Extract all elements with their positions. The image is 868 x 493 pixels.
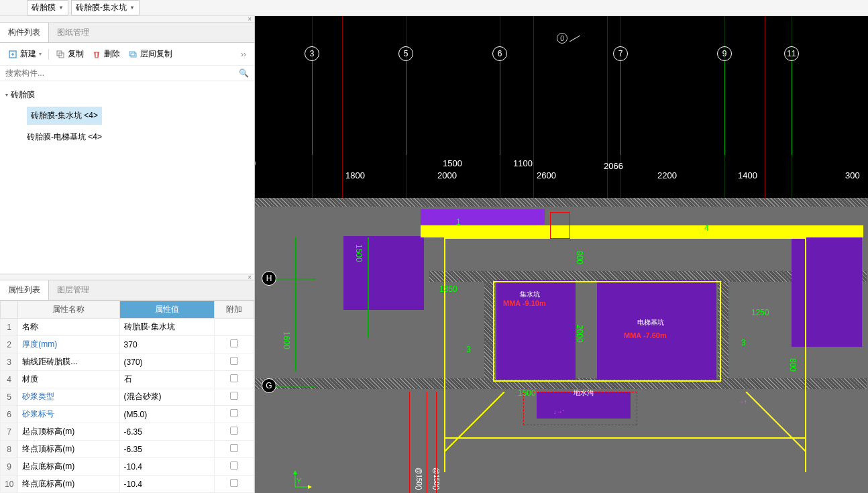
- drain-label: 地水沟: [574, 388, 594, 398]
- prop-name: 名称: [18, 319, 119, 336]
- table-row[interactable]: 4 材质 石: [1, 371, 254, 388]
- column-circle: 9: [717, 46, 732, 61]
- prop-value[interactable]: 石: [119, 371, 215, 388]
- new-button[interactable]: 新建 ▾: [5, 47, 44, 61]
- prop-value[interactable]: -6.35: [119, 423, 215, 441]
- prop-extra[interactable]: [215, 441, 254, 458]
- row-num: 5: [1, 388, 18, 406]
- prop-value[interactable]: (混合砂浆): [119, 388, 215, 406]
- row-num: 6: [1, 406, 18, 423]
- tree-item-sump[interactable]: 砖胎膜-集水坑 <4>: [0, 103, 254, 128]
- tab-drawing-mgmt[interactable]: 图纸管理: [49, 23, 97, 42]
- prop-value[interactable]: 砖胎膜-集水坑: [119, 319, 215, 336]
- panel-close-icon[interactable]: ×: [0, 16, 254, 23]
- yellow-strip: [421, 225, 863, 237]
- more-button[interactable]: ››: [238, 50, 249, 59]
- column-marker: 11: [784, 46, 799, 61]
- svg-marker-9: [293, 470, 297, 474]
- dim-2000: 2000: [437, 170, 457, 180]
- tab-properties[interactable]: 属性列表: [0, 280, 49, 300]
- chevron-down-icon: ▼: [129, 5, 135, 11]
- tab-layers[interactable]: 图层管理: [49, 280, 97, 300]
- col-name: 属性名称: [18, 301, 119, 319]
- red-line: [427, 392, 427, 493]
- prop-name: 砂浆标号: [18, 406, 119, 423]
- prop-extra[interactable]: [215, 476, 254, 493]
- prop-value[interactable]: -6.35: [119, 441, 215, 458]
- table-row[interactable]: 10 终点底标高(m) -10.4: [1, 476, 254, 493]
- prop-extra[interactable]: [215, 319, 254, 336]
- property-table: 属性名称 属性值 附加 1 名称 砖胎膜-集水坑 2 厚度(mm) 370 3 …: [0, 300, 254, 493]
- column-marker: 3: [305, 46, 319, 61]
- tree-item-elevator[interactable]: 砖胎膜-电梯基坑 <4>: [0, 128, 254, 146]
- prop-extra[interactable]: [215, 423, 254, 441]
- prop-value[interactable]: -10.4: [119, 458, 215, 476]
- new-label: 新建: [20, 48, 36, 60]
- chevron-down-icon: ▼: [58, 5, 64, 11]
- row-marker-h: H: [262, 271, 276, 286]
- dim-leader: [368, 237, 369, 338]
- column-circle: 3: [305, 46, 319, 61]
- tab-component-list[interactable]: 构件列表: [0, 23, 49, 42]
- dim-1: 1: [456, 217, 461, 227]
- prop-value[interactable]: 370: [119, 336, 215, 353]
- table-row[interactable]: 6 砂浆标号 (M5.0): [1, 406, 254, 423]
- column-circle: 11: [784, 46, 799, 61]
- dim-2000: 2000: [575, 325, 584, 343]
- table-row[interactable]: 2 厚度(mm) 370: [1, 336, 254, 353]
- prop-extra[interactable]: [215, 458, 254, 476]
- left-panel: × 构件列表 图纸管理 新建 ▾ 复制 删除: [0, 16, 255, 493]
- copy-label: 复制: [68, 48, 84, 60]
- col-value: 属性值: [119, 301, 215, 319]
- prop-extra[interactable]: [215, 353, 254, 371]
- drawing-canvas[interactable]: 0 3567911 0 1800 2000 1500 1100 2600 206…: [255, 16, 868, 493]
- search-icon[interactable]: 🔍: [239, 68, 249, 78]
- tree-item-label: 砖胎膜-集水坑 <4>: [27, 107, 102, 125]
- floorcopy-button[interactable]: 层间复制: [125, 47, 175, 61]
- row-num: 2: [1, 336, 18, 353]
- prop-extra[interactable]: [215, 388, 254, 406]
- prop-value[interactable]: (370): [119, 353, 215, 371]
- row-num: 4: [1, 371, 18, 388]
- svg-marker-10: [308, 485, 312, 489]
- purple-block: [421, 209, 545, 225]
- table-row[interactable]: 5 砂浆类型 (混合砂浆): [1, 388, 254, 406]
- table-row[interactable]: 1 名称 砖胎膜-集水坑: [1, 319, 254, 336]
- search-input[interactable]: [5, 68, 239, 78]
- layers-icon: [128, 50, 138, 59]
- delete-button[interactable]: 删除: [89, 47, 123, 61]
- copy-button[interactable]: 复制: [53, 47, 87, 61]
- row-num: 8: [1, 441, 18, 458]
- table-row[interactable]: 7 起点顶标高(m) -6.35: [1, 423, 254, 441]
- chevron-down-icon: ▾: [5, 92, 8, 98]
- dim-800: 800: [788, 358, 798, 372]
- elevator-label: 电梯基坑: [637, 318, 664, 327]
- row-num: 3: [1, 353, 18, 371]
- category-dropdown[interactable]: 砖胎膜 ▼: [27, 0, 68, 15]
- prop-extra[interactable]: [215, 336, 254, 353]
- component-dropdown[interactable]: 砖胎膜-集水坑 ▼: [71, 0, 140, 15]
- hatch-strip: [255, 198, 868, 207]
- prop-extra[interactable]: [215, 406, 254, 423]
- row-num: 9: [1, 458, 18, 476]
- rebar-label: @150(实测走): [414, 468, 423, 490]
- column-marker: 7: [613, 46, 628, 61]
- floorcopy-label: 层间复制: [140, 48, 172, 60]
- prop-value[interactable]: (M5.0): [119, 406, 215, 423]
- tree-root[interactable]: ▾ 砖胎膜: [0, 87, 254, 103]
- axis-icon: [292, 470, 312, 490]
- prop-value[interactable]: -10.4: [119, 476, 215, 493]
- table-row[interactable]: 9 起点底标高(m) -10.4: [1, 458, 254, 476]
- sump-label: 集水坑: [520, 290, 540, 299]
- prop-extra[interactable]: [215, 371, 254, 388]
- dim-1100: 1100: [513, 158, 533, 168]
- red-marker: [550, 212, 570, 239]
- table-row[interactable]: 3 轴线距砖胎膜... (370): [1, 353, 254, 371]
- column-marker: 9: [717, 46, 732, 61]
- prop-name: 厚度(mm): [18, 336, 119, 353]
- panel-divider[interactable]: ×: [0, 274, 254, 280]
- svg-rect-4: [131, 53, 136, 57]
- dim-1500: 1500: [443, 158, 462, 168]
- row-num: 1: [1, 319, 18, 336]
- table-row[interactable]: 8 终点顶标高(m) -6.35: [1, 441, 254, 458]
